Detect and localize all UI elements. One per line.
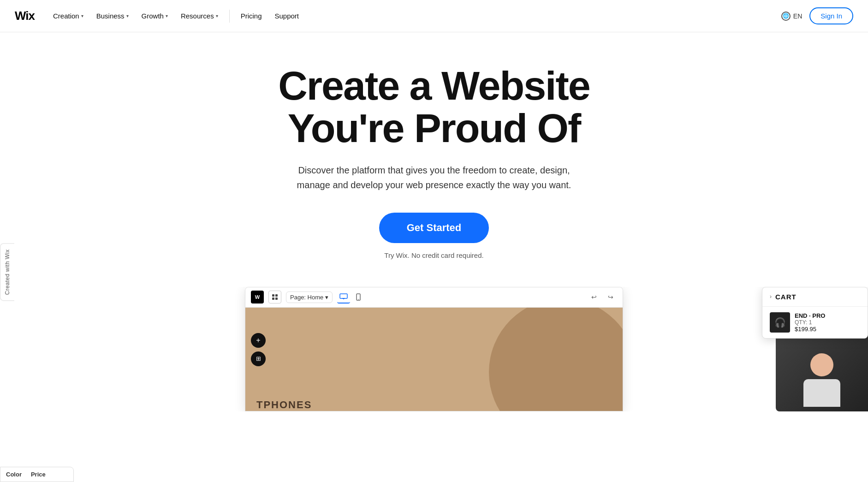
svg-rect-3 [275,298,278,300]
language-selector[interactable]: 🌐 EN [781,12,802,21]
hero-title: Create a Website You're Proud Of [226,65,642,150]
editor-window: W Page: Home ▾ ↩ ↪ [245,287,623,411]
nav-item-growth[interactable]: Growth ▾ [136,8,173,24]
nav-business-label: Business [96,12,125,20]
svg-rect-2 [272,298,274,300]
mobile-view-button[interactable] [352,291,365,303]
svg-point-8 [358,299,359,300]
hero-section: Create a Website You're Proud Of Discove… [0,32,868,278]
hero-subtitle: Discover the platform that gives you the… [286,163,582,192]
canvas-brand-text: TPHONES [256,399,312,411]
cart-item-qty: QTY: 1 [795,319,825,326]
cart-popup: › CART 🎧 END · PRO QTY: 1 $199.95 [762,287,868,339]
chevron-down-icon: ▾ [126,13,129,18]
chevron-down-icon: ▾ [325,294,328,301]
nav-pricing-label: Pricing [241,12,262,20]
add-element-button[interactable]: + [251,333,266,348]
canvas-decor-circle [489,308,623,411]
nav-item-business[interactable]: Business ▾ [91,8,134,24]
cart-item: 🎧 END · PRO QTY: 1 $199.95 [762,307,868,338]
editor-canvas: TPHONES + ⊞ [245,308,623,411]
editor-dashboard-icon[interactable] [268,291,281,303]
cart-item-info: END · PRO QTY: 1 $199.95 [795,312,825,333]
lang-label: EN [793,12,802,20]
wix-logo[interactable]: Wix [15,9,35,23]
chevron-down-icon: ▾ [216,13,218,18]
hero-note: Try Wix. No credit card required. [384,251,483,259]
chevron-down-icon: ▾ [81,13,83,18]
person-body [803,379,840,407]
svg-rect-1 [275,294,278,297]
chevron-down-icon: ▾ [166,13,168,18]
nav-item-creation[interactable]: Creation ▾ [48,8,89,24]
get-started-button[interactable]: Get Started [379,213,489,243]
globe-icon: 🌐 [781,12,791,21]
desktop-view-button[interactable] [337,291,350,303]
toolbar-right: ↩ ↪ [588,291,617,303]
created-with-wix-tab[interactable]: Created with Wix [0,244,14,301]
editor-preview-section: W Page: Home ▾ ↩ ↪ [0,287,868,411]
undo-button[interactable]: ↩ [588,291,600,303]
nav-growth-label: Growth [142,12,164,20]
cart-chevron-icon[interactable]: › [770,293,772,300]
cart-header: › CART [762,287,868,307]
nav-resources-label: Resources [181,12,214,20]
nav-support-label: Support [275,12,299,20]
person-head [810,353,833,376]
redo-button[interactable]: ↪ [604,291,617,303]
logo-text: Wix [15,9,35,23]
nav-menu: Creation ▾ Business ▾ Growth ▾ Resources… [48,8,781,24]
view-mode-icons [337,291,365,303]
editor-toolbar: W Page: Home ▾ ↩ ↪ [245,287,623,308]
add-section-button[interactable]: ⊞ [251,351,266,366]
nav-creation-label: Creation [53,12,79,20]
svg-rect-4 [340,294,347,298]
nav-item-pricing[interactable]: Pricing [235,8,268,24]
svg-rect-0 [272,294,274,297]
editor-logo: W [251,291,264,303]
nav-item-resources[interactable]: Resources ▾ [175,8,224,24]
nav-divider [229,10,230,23]
page-selector-label: Page: Home [290,294,323,301]
cart-item-image: 🎧 [770,312,790,333]
cart-title: CART [775,293,797,301]
navbar: Wix Creation ▾ Business ▾ Growth ▾ Resou… [0,0,868,32]
side-tab-label: Created with Wix [4,250,11,295]
cart-item-name: END · PRO [795,312,825,319]
nav-right: 🌐 EN Sign In [781,7,853,24]
canvas-sidebar-tools: + ⊞ [251,333,266,366]
cart-item-price: $199.95 [795,326,825,333]
page-selector[interactable]: Page: Home ▾ [286,292,333,303]
nav-item-support[interactable]: Support [269,8,305,24]
sign-in-button[interactable]: Sign In [809,7,853,24]
